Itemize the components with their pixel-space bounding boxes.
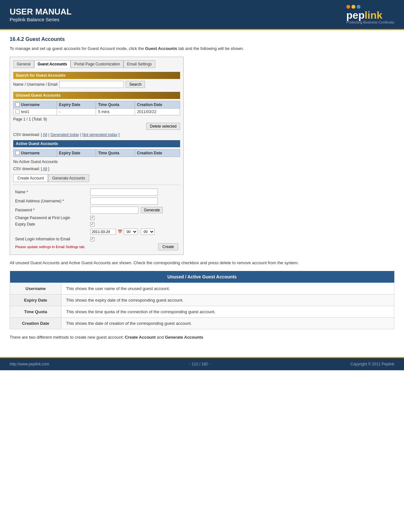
select-all-unused-checkbox[interactable] — [15, 102, 20, 107]
section-heading: 16.4.2 Guest Accounts — [10, 36, 394, 42]
form-row-change-password: Change Password at First Login — [13, 215, 180, 221]
generate-password-button[interactable]: Generate — [141, 207, 163, 213]
tab-guest-accounts[interactable]: Guest Accounts — [34, 60, 71, 68]
create-account-tab[interactable]: Create Account — [13, 174, 48, 182]
active-col-username: Username — [14, 149, 57, 157]
form-row-error: Please update settings in Email Settings… — [13, 242, 180, 251]
form-label-name: Name * — [13, 188, 88, 197]
unused-section-bar: Unused Guest Accounts — [13, 92, 180, 99]
form-row-password: Password * Generate — [13, 206, 180, 215]
info-desc-username: This shows the user name of the unused g… — [62, 283, 394, 294]
closing-paragraph: There are two different methods to creat… — [10, 334, 394, 341]
form-label-send-login: Send Login Information to Email — [13, 236, 88, 242]
change-password-checkbox[interactable] — [90, 216, 94, 220]
unused-csv-row: CSV download: [ All | Generated today | … — [13, 132, 180, 137]
unused-col-username: Username — [14, 101, 57, 108]
info-row-creation: Creation Date This shows the date of cre… — [10, 317, 394, 329]
row-checkbox-test1[interactable] — [15, 110, 20, 114]
footer-page: - 112 / 182 - — [189, 362, 210, 366]
logo-area: peplink Protecting Business Continuity — [346, 5, 394, 24]
active-section-bar: Active Guest Accounts — [13, 140, 180, 147]
form-label-password: Password * — [13, 206, 88, 215]
search-input[interactable] — [59, 81, 124, 88]
info-field-creation: Creation Date — [10, 317, 62, 329]
delete-selected-button[interactable]: Delete selected — [146, 123, 180, 130]
create-button[interactable]: Create — [158, 243, 178, 250]
manual-title: USER MANUAL — [10, 7, 72, 17]
header-title-block: USER MANUAL Peplink Balance Series — [10, 7, 72, 22]
ui-mockup: General Guest Accounts Portal Page Custo… — [10, 57, 184, 255]
info-row-expiry: Expiry Date This shows the expiry date o… — [10, 294, 394, 306]
email-input[interactable] — [90, 198, 158, 205]
unused-accounts-table: Username Expiry Date Time Quota Creation… — [13, 101, 180, 115]
password-input[interactable] — [90, 207, 139, 214]
dot-blue — [357, 5, 361, 9]
csv-link-all[interactable]: All — [43, 132, 47, 137]
active-col-quota: Time Quota — [96, 149, 135, 157]
info-table: Unused / Active Guest Accounts Username … — [10, 271, 394, 329]
form-row-expiry: Expiry Date — [13, 221, 180, 227]
info-desc-expiry: This shows the expiry date of the corres… — [62, 294, 394, 306]
tab-email-settings[interactable]: Email Settings — [123, 60, 155, 68]
form-label-email: Email Address (Username) * — [13, 197, 88, 206]
info-field-expiry: Expiry Date — [10, 294, 62, 306]
info-row-username: Username This shows the user name of the… — [10, 283, 394, 294]
form-divider — [13, 185, 180, 185]
active-accounts-table: Username Expiry Date Time Quota Creation… — [13, 149, 180, 157]
page-info: Page 1 / 1 (Total: 9) — [13, 117, 47, 121]
main-content: 16.4.2 Guest Accounts To manage and set … — [0, 30, 404, 351]
manual-subtitle: Peplink Balance Series — [10, 17, 72, 22]
expiry-date-input[interactable] — [90, 229, 116, 235]
name-input[interactable] — [90, 189, 158, 196]
dot-yellow — [351, 5, 355, 9]
csv-link-not-generated-today[interactable]: Not generated today — [82, 132, 117, 137]
intro-paragraph: To manage and set up guest accounts for … — [10, 45, 394, 52]
footer-url: http://www.peplink.com — [10, 362, 49, 366]
logo-tagline: Protecting Business Continuity — [346, 20, 394, 24]
active-csv-link-all[interactable]: All — [43, 167, 47, 171]
email-settings-error: Please update settings in Email Settings… — [15, 245, 85, 249]
active-csv-row: CSV download: [ All ] — [13, 167, 180, 171]
logo-text: peplink — [346, 10, 394, 20]
info-field-username: Username — [10, 283, 62, 294]
form-label-change-password: Change Password at First Login — [13, 215, 88, 221]
tab-general[interactable]: General — [13, 60, 34, 68]
expiry-hour-select[interactable]: 00011223 — [124, 228, 138, 235]
logo-dots — [346, 5, 394, 9]
search-label: Name / Username / Email — [13, 82, 57, 87]
select-all-active-checkbox[interactable] — [15, 151, 20, 155]
info-table-header: Unused / Active Guest Accounts — [10, 271, 394, 283]
info-desc-creation: This shows the date of creation of the c… — [62, 317, 394, 329]
generate-accounts-tab[interactable]: Generate Accounts — [48, 174, 89, 182]
search-row: Name / Username / Email Search — [13, 81, 180, 88]
search-button[interactable]: Search — [126, 81, 145, 88]
info-row-quota: Time Quota This shows the time quota of … — [10, 306, 394, 317]
active-col-creation: Creation Date — [135, 149, 180, 157]
form-row-email: Email Address (Username) * — [13, 197, 180, 206]
search-section-bar: Search for Guest Accounts — [13, 72, 180, 79]
footer-copyright: Copyright © 2011 Peplink — [351, 362, 394, 366]
create-form: Name * Email Address (Username) * Passwo… — [13, 188, 180, 252]
expiry-date-checkbox[interactable] — [90, 222, 94, 227]
send-login-checkbox[interactable] — [90, 237, 94, 241]
explanation-paragraph: All unused Guest Accounts and Active Gue… — [10, 260, 394, 266]
unused-col-quota: Time Quota — [96, 101, 135, 108]
info-desc-quota: This shows the time quota of the connect… — [62, 306, 394, 317]
calendar-icon[interactable]: 📅 — [118, 229, 122, 234]
expiry-minute-select[interactable]: 00153045 — [141, 228, 155, 235]
form-row-send-login: Send Login Information to Email — [13, 236, 180, 242]
tab-portal-page[interactable]: Portal Page Customization — [71, 60, 123, 68]
csv-link-generated-today[interactable]: Generated today — [50, 132, 79, 137]
form-label-expiry: Expiry Date — [13, 221, 88, 227]
page-header: USER MANUAL Peplink Balance Series pepli… — [0, 0, 404, 30]
tab-bar: General Guest Accounts Portal Page Custo… — [13, 60, 180, 68]
unused-col-expiry: Expiry Date — [57, 101, 96, 108]
active-col-expiry: Expiry Date — [57, 149, 96, 157]
page-footer: http://www.peplink.com - 112 / 182 - Cop… — [0, 357, 404, 370]
dot-orange — [346, 5, 350, 9]
unused-col-creation: Creation Date — [135, 101, 180, 108]
no-active-accounts-text: No Active Guest Accounts — [13, 158, 180, 165]
info-field-quota: Time Quota — [10, 306, 62, 317]
action-tab-bar: Create Account Generate Accounts — [13, 174, 180, 182]
form-row-name: Name * — [13, 188, 180, 197]
